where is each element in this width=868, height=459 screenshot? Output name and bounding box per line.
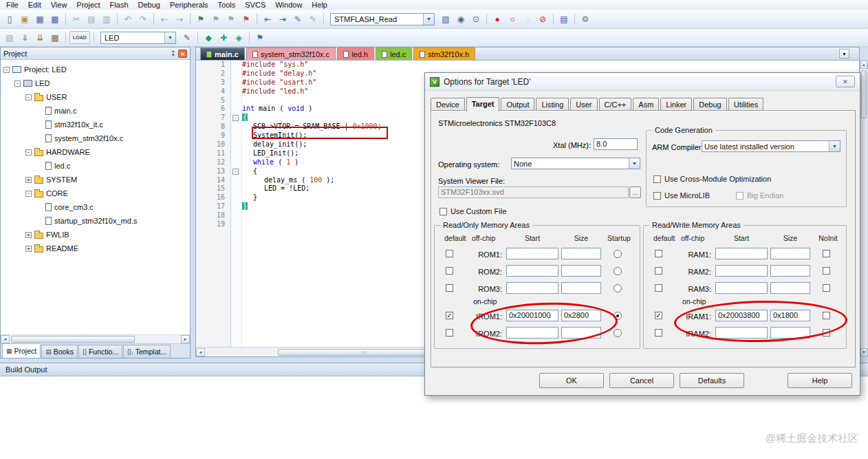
plus-expander-icon[interactable]: + <box>25 246 32 252</box>
xtal-input[interactable]: 8.0 <box>594 138 638 150</box>
help-button[interactable]: Help <box>788 373 852 388</box>
defaults-button[interactable]: Defaults <box>680 373 744 388</box>
find-in-files-icon[interactable]: ▧ <box>439 12 453 25</box>
panel-splitter[interactable] <box>191 47 195 359</box>
nav-back-icon[interactable]: ⇠ <box>158 12 171 25</box>
dialog-close-button[interactable]: ✕ <box>836 76 855 87</box>
translate-file-icon[interactable]: ▤ <box>3 31 17 44</box>
bottom-tab-books[interactable]: ▤Books <box>41 345 78 358</box>
svf-input[interactable]: STM32F103xx.svd <box>438 186 629 198</box>
plus-expander-icon[interactable]: + <box>25 177 32 183</box>
code-text[interactable]: } <box>242 202 248 211</box>
project-panel-hscrollbar[interactable]: ◄ ► <box>1 334 190 343</box>
bookmark-clear-icon[interactable]: ⚑ <box>239 12 253 25</box>
scroll-down-icon[interactable]: ▼ <box>860 348 867 356</box>
tree-item-readme[interactable]: +README <box>1 242 190 255</box>
tree-item-stm32f10x-it-c[interactable]: stm32f10x_it.c <box>1 118 190 131</box>
plus-expander-icon[interactable]: + <box>25 232 32 238</box>
menu-project[interactable]: Project <box>72 0 105 10</box>
configure-icon[interactable]: ⚙ <box>578 12 592 25</box>
code-text[interactable]: #include "usart.h" <box>242 78 316 87</box>
breakpoint-kill-all-icon[interactable]: ⊘ <box>536 12 550 25</box>
scroll-up-icon[interactable]: ▲ <box>860 61 867 69</box>
startup-radio[interactable] <box>614 284 622 292</box>
dropdown-arrow-icon[interactable]: ▼ <box>829 141 840 151</box>
watch-window-icon[interactable]: ▤ <box>557 12 571 25</box>
code-text[interactable]: { <box>242 114 248 122</box>
new-file-icon[interactable]: ▯ <box>3 12 17 25</box>
tree-item-led[interactable]: -LED <box>1 76 190 90</box>
bottom-tab-functio[interactable]: {}Functio... <box>78 345 122 358</box>
cross-module-checkbox[interactable] <box>653 175 661 183</box>
tree-item-led-c[interactable]: led.c <box>1 159 190 173</box>
svf-browse-button[interactable]: ... <box>629 186 641 198</box>
menu-debug[interactable]: Debug <box>133 0 165 10</box>
default-checkbox[interactable] <box>655 284 662 292</box>
dialog-tab-c-c[interactable]: C/C++ <box>599 98 632 111</box>
minus-expander-icon[interactable]: - <box>25 149 32 156</box>
size-input[interactable] <box>770 248 810 259</box>
menu-tools[interactable]: Tools <box>213 0 241 10</box>
tab-list-dropdown-icon[interactable]: ▼ <box>839 49 849 58</box>
editor-tab-system-stm32f10x-c[interactable]: system_stm32f10x.c <box>246 47 336 60</box>
minus-expander-icon[interactable]: - <box>3 67 10 73</box>
manage-rte-icon[interactable]: ◆ <box>202 31 215 44</box>
editor-tab-led-c[interactable]: led.c <box>376 47 412 60</box>
uncomment-icon[interactable]: ✎ <box>306 12 320 25</box>
default-checkbox[interactable] <box>655 250 662 257</box>
pack-installer-icon[interactable]: ✚ <box>217 31 230 44</box>
tree-item-core[interactable]: -CORE <box>1 186 190 200</box>
editor-tab-stm32f10x-h[interactable]: stm32f10x.h <box>413 47 475 60</box>
code-text[interactable]: LED_Init(); <box>253 149 299 158</box>
size-input[interactable] <box>770 265 810 277</box>
os-select[interactable]: None ▼ <box>511 158 640 169</box>
find-icon[interactable]: ◉ <box>454 12 468 25</box>
editor-tab-main-c[interactable]: main.c <box>200 47 245 60</box>
pin-icon[interactable]: ↧ <box>171 50 176 57</box>
start-address-input[interactable] <box>506 248 558 259</box>
menu-peripherals[interactable]: Peripherals <box>165 0 213 10</box>
minus-expander-icon[interactable]: - <box>14 81 21 87</box>
startup-radio[interactable] <box>614 267 622 275</box>
dropdown-arrow-icon[interactable]: ▼ <box>423 14 434 25</box>
tree-item-user[interactable]: -USER <box>1 90 190 104</box>
menu-help[interactable]: Help <box>307 0 332 10</box>
cross-module-row[interactable]: Use Cross-Module Optimization <box>653 175 771 183</box>
size-input[interactable] <box>770 282 810 294</box>
use-custom-file-row[interactable]: Use Custom File <box>440 207 506 215</box>
save-icon[interactable]: ▦ <box>33 12 47 25</box>
scrollbar-thumb[interactable] <box>11 336 135 343</box>
default-checkbox[interactable]: ✓ <box>655 312 662 319</box>
dialog-tab-target[interactable]: Target <box>466 97 500 111</box>
editor-vscrollbar[interactable]: ▲ ▼ <box>860 60 868 357</box>
size-input[interactable] <box>561 282 601 294</box>
menu-file[interactable]: File <box>1 0 23 10</box>
tree-item-project-led[interactable]: -Project: LED <box>1 63 190 76</box>
bookmark-toggle-icon[interactable]: ⚑ <box>194 12 208 25</box>
cut-icon[interactable]: ✂ <box>69 12 83 25</box>
indent-icon[interactable]: ⇥ <box>276 12 290 25</box>
menu-edit[interactable]: Edit <box>23 0 46 10</box>
boards-icon[interactable]: ◈ <box>232 31 246 44</box>
arm-compiler-select[interactable]: Use latest installed version ▼ <box>702 140 840 152</box>
tree-item-system[interactable]: +SYSTEM <box>1 173 190 186</box>
code-text[interactable]: int main ( void ) <box>242 105 312 114</box>
dropdown-arrow-icon[interactable]: ▼ <box>629 158 640 169</box>
dialog-tab-output[interactable]: Output <box>501 98 534 111</box>
target-options-icon[interactable]: ✎ <box>180 31 194 44</box>
tree-item-system-stm32f10x-c[interactable]: system_stm32f10x.c <box>1 131 190 145</box>
tree-item-core-cm3-c[interactable]: core_cm3.c <box>1 200 190 214</box>
undo-icon[interactable]: ↶ <box>121 12 135 25</box>
flag-icon[interactable]: ⚑ <box>253 31 267 44</box>
search-icon[interactable]: ⊙ <box>469 12 483 25</box>
redo-icon[interactable]: ↷ <box>136 12 150 25</box>
use-custom-file-checkbox[interactable] <box>440 208 447 215</box>
target-combobox[interactable]: LED▼ <box>100 32 176 44</box>
code-text[interactable]: } <box>253 193 257 202</box>
bottom-tab-project[interactable]: ▦Project <box>2 343 41 358</box>
scroll-right-icon[interactable]: ► <box>181 335 190 343</box>
bottom-tab-templat[interactable]: {},Templat... <box>123 345 171 358</box>
panel-close-icon[interactable]: ✕ <box>178 50 187 58</box>
startup-radio[interactable] <box>614 250 622 258</box>
unindent-icon[interactable]: ⇤ <box>261 12 274 25</box>
